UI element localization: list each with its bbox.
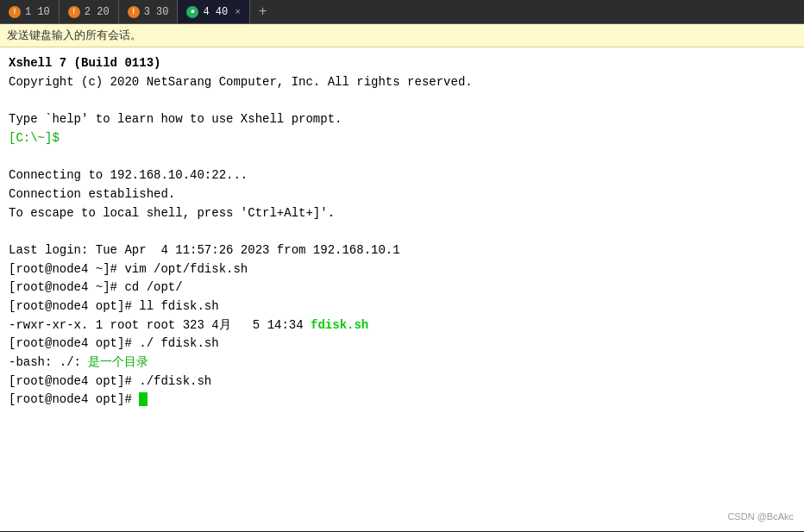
line-10	[9, 222, 795, 241]
line-4: Type `help' to learn how to use Xshell p…	[9, 110, 795, 129]
line-3	[9, 91, 795, 110]
line-5-prompt: [C:\~]$	[9, 129, 795, 148]
tab-4-label: 4 40	[203, 6, 228, 18]
line-8: Connection established.	[9, 185, 795, 204]
terminal[interactable]: Xshell 7 (Build 0113) Copyright (c) 2020…	[0, 47, 804, 531]
tab-3[interactable]: ! 3 30	[119, 0, 179, 23]
line-15: -rwxr-xr-x. 1 root root 323 4月 5 14:34 f…	[9, 316, 795, 335]
tab-2-icon: !	[68, 6, 80, 18]
line-6	[9, 147, 795, 166]
line-16: [root@node4 opt]# ./ fdisk.sh	[9, 335, 795, 354]
tab-1[interactable]: ! 1 10	[0, 0, 60, 23]
tab-bar: ! 1 10 ! 2 20 ! 3 30 ● 4 40 × +	[0, 0, 804, 24]
line-2: Copyright (c) 2020 NetSarang Computer, I…	[9, 73, 795, 92]
line-18: [root@node4 opt]# ./fdisk.sh	[9, 372, 795, 391]
tab-2-label: 2 20	[85, 6, 110, 18]
line-1: Xshell 7 (Build 0113)	[9, 54, 795, 73]
line-17: -bash: ./: 是一个目录	[9, 354, 795, 372]
line-19-cursor: [root@node4 opt]#	[9, 391, 795, 410]
filename-highlight: fdisk.sh	[311, 318, 368, 332]
notify-bar: 发送键盘输入的所有会话。	[0, 24, 804, 47]
tab-3-label: 3 30	[144, 6, 169, 18]
watermark: CSDN @BcAkc	[727, 510, 794, 524]
line-7: Connecting to 192.168.10.40:22...	[9, 166, 795, 185]
tab-4[interactable]: ● 4 40 ×	[178, 0, 249, 23]
line-13: [root@node4 ~]# cd /opt/	[9, 279, 795, 297]
tab-add-button[interactable]: +	[250, 0, 276, 23]
tab-4-close[interactable]: ×	[235, 7, 241, 17]
line-11: Last login: Tue Apr 4 11:57:26 2023 from…	[9, 241, 795, 260]
notify-text: 发送键盘输入的所有会话。	[7, 29, 141, 42]
tab-1-icon: !	[9, 6, 21, 18]
tab-1-label: 1 10	[25, 6, 50, 18]
line-9: To escape to local shell, press 'Ctrl+Al…	[9, 204, 795, 223]
line-14: [root@node4 opt]# ll fdisk.sh	[9, 297, 795, 316]
error-text: 是一个目录	[88, 355, 148, 369]
tab-2[interactable]: ! 2 20	[60, 0, 119, 23]
tab-3-icon: !	[128, 6, 140, 18]
terminal-cursor	[139, 392, 148, 406]
line-12: [root@node4 ~]# vim /opt/fdisk.sh	[9, 260, 795, 279]
tab-4-icon: ●	[186, 6, 198, 18]
